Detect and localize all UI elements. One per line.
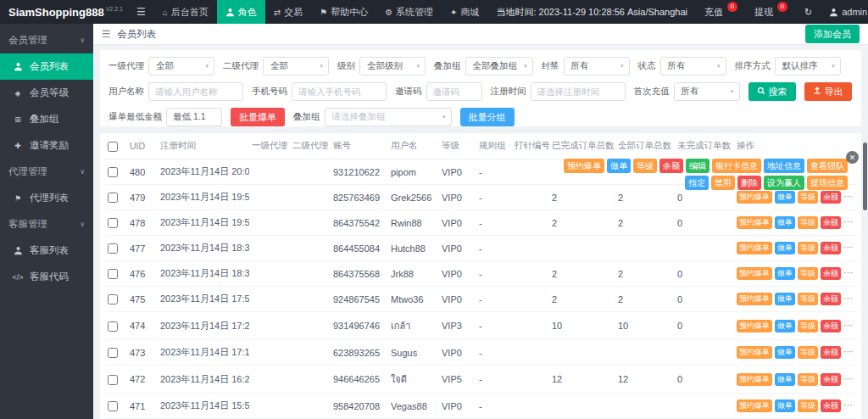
batch-group-select[interactable]: 请选择叠加组▾ (325, 108, 452, 126)
admin-menu[interactable]: admin ∧ (821, 0, 868, 24)
username-input[interactable] (148, 82, 243, 101)
register-time-input[interactable] (531, 82, 626, 101)
menu-toggle-icon[interactable]: ☰ (128, 6, 154, 18)
row-action-button[interactable]: 预约爆单 (737, 216, 772, 229)
row-action-button[interactable]: 等级 (633, 159, 657, 173)
row-action-button[interactable]: 预约爆单 (737, 242, 772, 254)
row-action-button[interactable]: 做单 (775, 267, 795, 280)
row-action-button[interactable]: 等级 (798, 267, 818, 280)
row-action-button[interactable]: 等级 (798, 320, 818, 332)
sidebar-group-0[interactable]: 会员管理∨ (0, 27, 93, 53)
row-checkbox[interactable] (108, 193, 118, 203)
row-action-button[interactable]: 预约爆单 (737, 373, 772, 386)
sidebar-item[interactable]: 会员列表 (0, 53, 93, 80)
row-action-button[interactable]: 等级 (798, 373, 818, 386)
burst-amount-input[interactable] (166, 108, 222, 126)
row-action-button[interactable]: 等级 (798, 399, 818, 412)
row-checkbox[interactable] (108, 401, 118, 411)
row-action-button[interactable]: 预约爆单 (564, 159, 604, 173)
row-action-button[interactable]: 地址信息 (764, 159, 804, 173)
app-logo[interactable]: SiamShopping888V2.2.1 (0, 6, 128, 19)
recharge-button[interactable]: 充值0 (696, 0, 746, 24)
more-actions-icon[interactable]: ⋯ (843, 216, 853, 226)
more-actions-icon[interactable]: ⋯ (843, 346, 853, 356)
agent2-select[interactable]: 全部▾ (263, 57, 329, 75)
row-action-button[interactable]: 做单 (775, 373, 795, 386)
row-action-button[interactable]: 余额 (821, 242, 841, 254)
row-checkbox[interactable] (108, 167, 118, 177)
level-select[interactable]: 全部级别▾ (359, 57, 426, 75)
row-checkbox[interactable] (108, 243, 118, 254)
batch-group-button[interactable]: 批量分组 (460, 108, 515, 126)
row-action-button[interactable]: 余额 (821, 373, 841, 386)
row-checkbox[interactable] (108, 321, 118, 332)
row-action-button[interactable]: 做单 (775, 191, 795, 204)
withdraw-button[interactable]: 提现0 (746, 0, 796, 24)
row-action-button[interactable]: 查看团队 (807, 159, 848, 173)
row-action-button[interactable]: 做单 (775, 346, 795, 359)
first-charge-select[interactable]: 所有▾ (674, 82, 740, 101)
phone-input[interactable] (292, 82, 387, 101)
sort-select[interactable]: 默认排序▾ (775, 57, 841, 75)
nav-item-shop[interactable]: ✦商城 (442, 0, 487, 24)
nav-item-flag[interactable]: ⚑帮助中心 (311, 0, 376, 24)
row-checkbox[interactable] (108, 348, 118, 358)
row-checkbox[interactable] (108, 375, 118, 385)
row-action-button[interactable]: 余额 (821, 346, 841, 359)
row-action-button[interactable]: 提现信息 (807, 176, 848, 190)
sidebar-item[interactable]: ✚邀请奖励 (0, 132, 93, 159)
row-action-button[interactable]: 预约爆单 (737, 320, 772, 332)
row-checkbox[interactable] (108, 218, 118, 228)
more-actions-icon[interactable]: ⋯ (843, 242, 853, 252)
row-action-button[interactable]: 禁用 (711, 176, 735, 190)
export-button[interactable]: 导出 (804, 82, 852, 101)
row-action-button[interactable]: 等级 (798, 191, 818, 204)
nav-item-user[interactable]: 角色 (217, 0, 265, 24)
batch-burst-button[interactable]: 批量爆单 (231, 108, 285, 126)
row-action-button[interactable]: 余额 (659, 159, 683, 173)
row-action-button[interactable]: 预约爆单 (737, 191, 772, 204)
row-action-button[interactable]: 等级 (798, 216, 818, 229)
row-action-button[interactable]: 余额 (821, 320, 841, 332)
row-action-button[interactable]: 删除 (737, 176, 761, 190)
row-action-button[interactable]: 等级 (798, 346, 818, 359)
row-action-button[interactable]: 设为赢人 (764, 176, 804, 190)
row-action-button[interactable]: 做单 (775, 242, 795, 254)
sidebar-item[interactable]: 客服列表 (0, 237, 93, 264)
row-action-button[interactable]: 银行卡信息 (712, 159, 761, 173)
search-button[interactable]: 搜索 (748, 82, 796, 101)
vertical-scrollbar[interactable] (863, 142, 867, 210)
row-action-button[interactable]: 做单 (775, 320, 795, 332)
sidebar-group-2[interactable]: 客服管理∨ (0, 211, 93, 237)
more-actions-icon[interactable]: ⋯ (843, 373, 853, 383)
sidebar-item[interactable]: ⊞叠加组 (0, 106, 93, 132)
close-icon[interactable]: ✕ (846, 151, 859, 164)
nav-item-home[interactable]: ⌂后台首页 (154, 0, 217, 24)
more-actions-icon[interactable]: ⋯ (843, 399, 853, 410)
add-member-button[interactable]: 添加会员 (805, 25, 860, 43)
select-all-checkbox[interactable] (108, 142, 118, 152)
ban-select[interactable]: 所有▾ (564, 57, 630, 75)
row-action-button[interactable]: 指定 (685, 176, 709, 190)
row-action-button[interactable]: 预约爆单 (737, 346, 772, 359)
more-actions-icon[interactable]: ⋯ (843, 267, 853, 277)
overlay-group-select[interactable]: 全部叠加组▾ (465, 57, 533, 75)
row-action-button[interactable]: 做单 (607, 159, 631, 173)
more-actions-icon[interactable]: ⋯ (843, 320, 853, 330)
refresh-icon[interactable]: ↻ (796, 0, 821, 24)
row-action-button[interactable]: 余额 (821, 191, 841, 204)
breadcrumb-menu-icon[interactable]: ☰ (102, 28, 110, 40)
row-action-button[interactable]: 做单 (775, 399, 795, 412)
row-action-button[interactable]: 余额 (821, 216, 841, 229)
sidebar-item[interactable]: </>客服代码 (0, 264, 93, 290)
row-action-button[interactable]: 预约爆单 (737, 267, 772, 280)
nav-item-trade[interactable]: ⇄交易 (265, 0, 311, 24)
row-action-button[interactable]: 等级 (798, 242, 818, 254)
status-select[interactable]: 所有▾ (660, 57, 726, 75)
row-action-button[interactable]: 等级 (798, 293, 818, 305)
sidebar-group-1[interactable]: 代理管理∨ (0, 159, 93, 185)
agent1-select[interactable]: 全部▾ (148, 57, 214, 75)
nav-item-settings[interactable]: ⚙系统管理 (376, 0, 442, 24)
row-action-button[interactable]: 预约爆单 (737, 293, 772, 305)
sidebar-item[interactable]: ◈会员等级 (0, 80, 93, 106)
